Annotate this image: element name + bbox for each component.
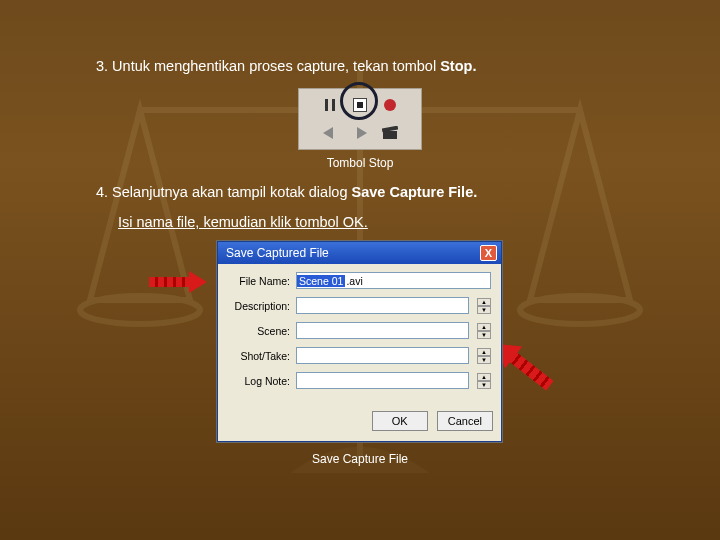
step4-prefix: 4. Selanjutnya akan tampil kotak dialog (96, 184, 352, 200)
step3-prefix: 3. Untuk menghentikan proses capture, te… (96, 58, 440, 74)
clapper-icon (380, 123, 400, 143)
record-icon (380, 95, 400, 115)
step3-bold: Stop. (440, 58, 476, 74)
shot-label: Shot/Take: (228, 350, 290, 362)
figure2-caption: Save Capture File (96, 452, 624, 466)
scene-field[interactable] (296, 322, 469, 339)
step4-line2-text: Isi nama file, kemudian klik tombol OK. (118, 214, 368, 230)
svg-point-6 (384, 99, 396, 111)
ok-button[interactable]: OK (372, 411, 428, 431)
dialog-titlebar: Save Captured File X (218, 242, 501, 264)
shot-spinner[interactable]: ▲▼ (477, 348, 491, 364)
svg-rect-9 (383, 131, 397, 139)
lognote-spinner[interactable]: ▲▼ (477, 373, 491, 389)
lognote-field[interactable] (296, 372, 469, 389)
description-field[interactable] (296, 297, 469, 314)
step3-text: 3. Untuk menghentikan proses capture, te… (96, 56, 624, 78)
figure1-caption: Tombol Stop (96, 156, 624, 170)
stop-toolbar-figure (298, 88, 422, 150)
filename-selected[interactable]: Scene 01 (297, 275, 345, 287)
step4-line2: Isi nama file, kemudian klik tombol OK. (96, 212, 624, 234)
description-label: Description: (228, 300, 290, 312)
prev-icon (320, 123, 340, 143)
step4-line1: 4. Selanjutnya akan tampil kotak dialog … (96, 182, 624, 204)
close-icon[interactable]: X (480, 245, 497, 261)
svg-marker-8 (357, 127, 367, 139)
filename-ext: .avi (345, 275, 362, 287)
arrow-to-filename (149, 273, 209, 291)
lognote-label: Log Note: (228, 375, 290, 387)
svg-rect-5 (332, 99, 335, 111)
scene-label: Scene: (228, 325, 290, 337)
step4-bold: Save Capture File. (352, 184, 478, 200)
cancel-button[interactable]: Cancel (437, 411, 493, 431)
filename-label: File Name: (228, 275, 290, 287)
scene-spinner[interactable]: ▲▼ (477, 323, 491, 339)
save-captured-file-dialog: Save Captured File X File Name: Scene 01… (217, 241, 502, 442)
description-spinner[interactable]: ▲▼ (477, 298, 491, 314)
shot-field[interactable] (296, 347, 469, 364)
dialog-title: Save Captured File (226, 246, 329, 260)
dialog-figure: Save Captured File X File Name: Scene 01… (195, 241, 525, 442)
pause-icon (320, 95, 340, 115)
svg-rect-4 (325, 99, 328, 111)
next-icon (350, 123, 370, 143)
slide-content: 3. Untuk menghentikan proses capture, te… (0, 0, 720, 466)
svg-marker-7 (323, 127, 333, 139)
